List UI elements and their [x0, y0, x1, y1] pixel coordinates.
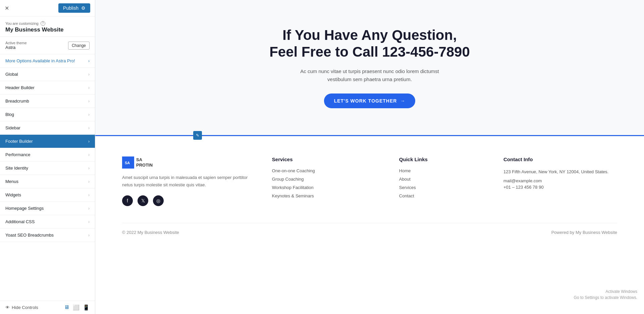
- chevron-right-icon: ›: [88, 152, 90, 157]
- menu-item-homepage-settings[interactable]: Homepage Settings›: [0, 202, 95, 215]
- chevron-right-icon: ›: [88, 112, 90, 117]
- panel-footer: 👁 Hide Controls 🖥 ⬜ 📱: [0, 301, 95, 314]
- menu-item-widgets[interactable]: Widgets›: [0, 188, 95, 202]
- active-theme-label: Active theme: [5, 41, 27, 45]
- instagram-icon[interactable]: ◎: [153, 195, 164, 206]
- arrow-icon: →: [400, 98, 405, 104]
- menu-item-menus[interactable]: Menus›: [0, 175, 95, 188]
- logo-text: SA PROTIN: [136, 157, 153, 168]
- publish-button[interactable]: Publish ⚙: [58, 3, 90, 13]
- footer-quicklink[interactable]: Home: [399, 168, 490, 173]
- chevron-right-icon: ›: [88, 139, 90, 144]
- mobile-icon[interactable]: 📱: [83, 304, 90, 311]
- footer-quicklink[interactable]: Contact: [399, 193, 490, 198]
- footer-copyright: © 2022 My Business Website: [122, 230, 179, 235]
- logo-box: SA SA PROTIN: [122, 156, 259, 169]
- footer-edit-button[interactable]: ✎: [193, 131, 202, 140]
- footer-quicklink[interactable]: About: [399, 177, 490, 182]
- chevron-right-icon: ›: [88, 85, 90, 90]
- menu-item-site-identity[interactable]: Site Identity›: [0, 162, 95, 175]
- customizing-label: You are customizing ?: [5, 21, 90, 26]
- close-icon[interactable]: ✕: [5, 5, 9, 11]
- footer-quicklink[interactable]: Services: [399, 185, 490, 190]
- menu-item-breadcrumb[interactable]: Breadcrumb›: [0, 95, 95, 108]
- footer-service-link[interactable]: Workshop Facilitation: [272, 185, 386, 190]
- footer-description: Amet suscipit urna turpis in malesuada e…: [122, 174, 259, 189]
- contact-phone: +01 – 123 456 78 90: [503, 185, 617, 190]
- services-col-title: Services: [272, 156, 386, 162]
- preview-area: If You Have Any Question, Feel Free to C…: [95, 0, 644, 314]
- footer-services-col: Services One-on-one CoachingGroup Coachi…: [272, 156, 386, 206]
- hide-controls-button[interactable]: 👁 Hide Controls: [5, 305, 38, 310]
- contact-col-title: Contact Info: [503, 156, 617, 162]
- chevron-right-icon: ›: [88, 206, 90, 211]
- device-switcher: 🖥 ⬜ 📱: [64, 304, 90, 311]
- footer-contact-col: Contact Info 123 Fifth Avenue, New York,…: [503, 156, 617, 206]
- footer-powered-by: Powered by My Business Website: [551, 230, 617, 235]
- chevron-right-icon: ›: [88, 166, 90, 171]
- menu-item-header-builder[interactable]: Header Builder›: [0, 81, 95, 95]
- chevron-right-icon: ›: [88, 59, 90, 63]
- customizer-panel: ✕ Publish ⚙ You are customizing ? My Bus…: [0, 0, 95, 314]
- chevron-right-icon: ›: [88, 126, 90, 130]
- site-name: My Business Website: [5, 26, 90, 33]
- facebook-icon[interactable]: f: [122, 195, 133, 206]
- menu-item-performance[interactable]: Performance›: [0, 148, 95, 162]
- footer-bottom: © 2022 My Business Website Powered by My…: [122, 223, 617, 235]
- chevron-right-icon: ›: [88, 233, 90, 238]
- twitter-icon[interactable]: 𝕏: [138, 195, 148, 206]
- publish-label: Publish: [63, 5, 78, 11]
- chevron-right-icon: ›: [88, 99, 90, 104]
- svg-text:SA: SA: [125, 161, 130, 165]
- menu-item-sidebar[interactable]: Sidebar›: [0, 121, 95, 135]
- chevron-right-icon: ›: [88, 72, 90, 77]
- footer-section: ✎ SA SA PROTIN Amet suscipit u: [95, 136, 644, 245]
- footer-service-link[interactable]: Group Coaching: [272, 177, 386, 182]
- footer-quicklinks-col: Quick Links HomeAboutServicesContact: [399, 156, 490, 206]
- menu-item-global[interactable]: Global›: [0, 68, 95, 81]
- footer-grid: SA SA PROTIN Amet suscipit urna turpis i…: [122, 156, 617, 206]
- cta-subtext: Ac cum nunc vitae ut turpis praesent nun…: [109, 67, 631, 83]
- logo-icon: SA: [122, 156, 134, 169]
- footer-logo-area: SA SA PROTIN Amet suscipit urna turpis i…: [122, 156, 259, 206]
- panel-info: You are customizing ? My Business Websit…: [0, 16, 95, 37]
- quicklinks-col-title: Quick Links: [399, 156, 490, 162]
- chevron-right-icon: ›: [88, 193, 90, 197]
- cta-button[interactable]: LET'S WORK TOGETHER →: [324, 93, 416, 108]
- footer-service-link[interactable]: One-on-one Coaching: [272, 168, 386, 173]
- chevron-right-icon: ›: [88, 219, 90, 224]
- desktop-icon[interactable]: 🖥: [64, 304, 69, 311]
- chevron-right-icon: ›: [88, 179, 90, 184]
- contact-address: 123 Fifth Avenue, New York, NY 12004, Un…: [503, 168, 617, 176]
- panel-header: ✕ Publish ⚙: [0, 0, 95, 16]
- social-icons: f 𝕏 ◎: [122, 195, 259, 206]
- cta-heading: If You Have Any Question, Feel Free to C…: [109, 27, 631, 61]
- menu-item-additional-css[interactable]: Additional CSS›: [0, 215, 95, 229]
- services-links: One-on-one CoachingGroup CoachingWorksho…: [272, 168, 386, 198]
- menu-item-more-options-available-in-astra-pro[interactable]: More Options Available in Astra Pro!›: [0, 54, 95, 68]
- menu-item-yoast-seo-breadcrumbs[interactable]: Yoast SEO Breadcrumbs›: [0, 229, 95, 242]
- quicklinks-links: HomeAboutServicesContact: [399, 168, 490, 198]
- contact-email: mail@example.com: [503, 178, 617, 183]
- change-theme-button[interactable]: Change: [68, 42, 90, 50]
- menu-item-blog[interactable]: Blog›: [0, 108, 95, 121]
- menu-list: More Options Available in Astra Pro!›Glo…: [0, 54, 95, 242]
- menu-item-footer-builder[interactable]: Footer Builder›: [0, 135, 95, 148]
- cta-section: If You Have Any Question, Feel Free to C…: [95, 0, 644, 136]
- eye-icon: 👁: [5, 305, 10, 310]
- gear-icon: ⚙: [81, 5, 86, 11]
- footer-service-link[interactable]: Keynotes & Seminars: [272, 193, 386, 198]
- theme-section: Active theme Astra Change: [0, 37, 95, 54]
- help-icon[interactable]: ?: [41, 21, 45, 26]
- tablet-icon[interactable]: ⬜: [73, 304, 79, 311]
- theme-name: Astra: [5, 45, 27, 50]
